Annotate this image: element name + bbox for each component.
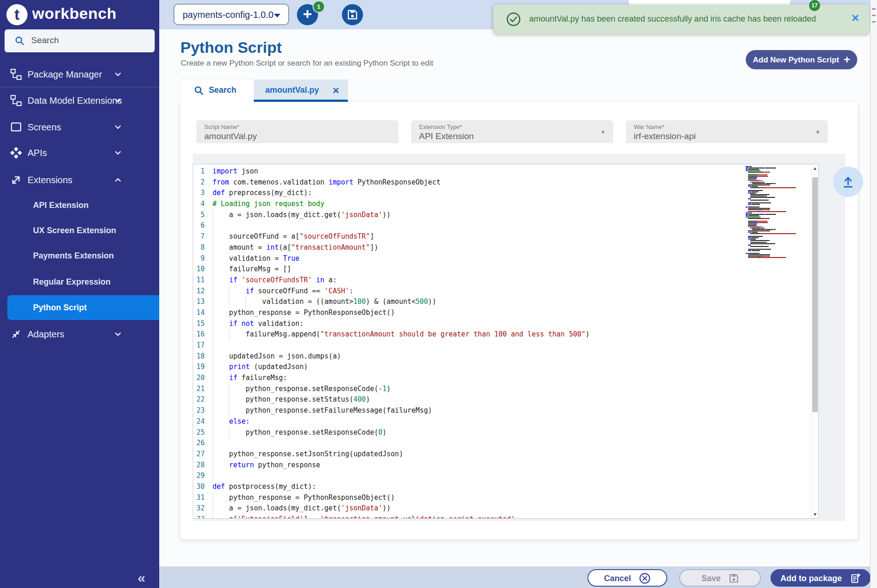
sidebar-item-extensions[interactable]: Extensions: [0, 167, 159, 193]
code-line: python_response.setFailureMessage(failur…: [212, 405, 590, 416]
code-line: [212, 220, 590, 231]
footer-bar: [159, 566, 877, 588]
active-tab-underline: [254, 100, 348, 102]
scrollbar-mark: [872, 15, 876, 16]
add-package-badge: 1: [313, 0, 325, 13]
sidebar-collapse-button[interactable]: «: [138, 570, 145, 586]
scroll-down-icon[interactable]: ▼: [812, 512, 818, 517]
toast-message: amountVal.py has been created successful…: [529, 14, 816, 24]
chevron-up-icon: [114, 176, 122, 184]
code-line: from com.temenos.validation import Pytho…: [212, 177, 590, 188]
sidebar-subitem-regular-expression[interactable]: Regular Expression: [0, 273, 159, 291]
scroll-up-icon[interactable]: ▲: [812, 166, 818, 171]
code-line: sourceOfFund = a["sourceOfFundsTR"]: [212, 231, 590, 242]
temenos-logo-icon: t: [6, 4, 28, 25]
sidebar-item-adapters[interactable]: Adapters: [0, 321, 159, 347]
cancel-circle-icon: [639, 572, 651, 584]
extension-type-select[interactable]: Extension Type* API Extension ▼: [411, 120, 613, 143]
code-line: [212, 340, 590, 351]
page-scrollbar[interactable]: [870, 0, 877, 588]
code-line: return python_response: [212, 460, 590, 471]
sidebar-item-package-manager[interactable]: Package Manager: [0, 62, 159, 87]
save-package-button[interactable]: [342, 4, 363, 25]
sidebar: t workbench Search Package Manager: [0, 0, 159, 588]
code-line: # Loading json request body: [212, 199, 590, 210]
code-line: a['ExtensionField'] = 'transaction amoun…: [212, 514, 590, 519]
scrollbar-mark: [872, 8, 876, 10]
tab-amountval-file[interactable]: amountVal.py ✕: [254, 79, 348, 102]
code-line: print (updatedJson): [212, 362, 590, 373]
search-icon: [194, 86, 204, 95]
tab-search[interactable]: Search: [180, 79, 254, 102]
save-button[interactable]: Save: [679, 569, 761, 587]
code-line: if not validation:: [212, 319, 590, 330]
scrollbar-thumb[interactable]: [812, 177, 818, 412]
sidebar-subitem-ux-screen-extension[interactable]: UX Screen Extension: [0, 221, 159, 240]
page-subtitle: Create a new Python Script or search for…: [181, 59, 433, 68]
add-to-package-button[interactable]: Add to package: [771, 569, 871, 587]
editor-minimap[interactable]: [746, 166, 803, 263]
upload-icon: [841, 174, 855, 189]
app-logo-text: workbench: [32, 5, 117, 22]
editor-scrollbar[interactable]: ▲ ▼: [811, 164, 818, 518]
chevron-down-icon: [114, 70, 122, 78]
extensions-icon: [10, 174, 22, 186]
caret-down-icon: ▼: [600, 129, 606, 135]
code-line: failureMsg.append("transactionAmount sho…: [212, 329, 590, 340]
caret-down-icon: ▼: [815, 129, 821, 135]
sidebar-subitem-python-script-active[interactable]: Python Script: [7, 295, 159, 320]
package-add-icon: [850, 573, 861, 584]
api-icon: [10, 147, 22, 159]
adapters-icon: [10, 328, 22, 340]
sidebar-divider: [0, 87, 159, 87]
toast-close-icon[interactable]: ✕: [851, 12, 860, 24]
hierarchy-icon: [10, 95, 22, 106]
scrollbar-mark: [872, 21, 876, 22]
floppy-icon: [729, 573, 739, 583]
code-editor[interactable]: 1234567891011121314151617181920212223242…: [193, 164, 819, 519]
close-icon[interactable]: ✕: [332, 85, 340, 96]
code-line: def preprocess(my_dict):: [212, 188, 590, 199]
caret-down-icon: [274, 13, 281, 18]
code-line: python_response.setJsonString(updatedJso…: [212, 449, 590, 460]
search-icon: [15, 36, 25, 46]
code-line: validation = True: [212, 253, 590, 264]
code-line: amount = int(a["transactionAmount"]): [212, 242, 590, 253]
chevron-down-icon: [114, 149, 122, 157]
sidebar-item-data-model-extensions[interactable]: Data Model Extensions: [0, 88, 159, 113]
sidebar-item-apis[interactable]: APIs: [0, 140, 159, 166]
notification-badge: 17: [809, 0, 820, 11]
cancel-button[interactable]: Cancel: [587, 569, 667, 587]
war-name-select[interactable]: War Name* irf-extension-api ▼: [626, 120, 828, 143]
code-line: failureMsg = []: [212, 264, 590, 275]
chevron-down-icon: [114, 123, 122, 131]
check-circle-icon: [506, 12, 521, 27]
code-content[interactable]: import jsonfrom com.temenos.validation i…: [212, 166, 590, 519]
upload-script-button[interactable]: [833, 167, 863, 197]
sidebar-subitem-payments-extension[interactable]: Payments Extension: [0, 246, 159, 265]
code-line: else:: [212, 416, 590, 427]
code-line: [212, 470, 590, 482]
chevron-down-icon: [114, 96, 122, 105]
code-line: def postprocess(my_dict):: [212, 482, 590, 493]
sidebar-search-input[interactable]: Search: [5, 29, 155, 52]
code-line: [212, 438, 590, 449]
sidebar-subitem-api-extension[interactable]: API Extension: [0, 196, 159, 214]
floppy-icon: [347, 9, 358, 20]
add-new-python-script-button[interactable]: Add New Python Script+: [746, 50, 857, 69]
package-selector-value: payments-config-1.0.0: [183, 10, 274, 20]
plus-icon: +: [843, 53, 850, 66]
workbench-app: t workbench Search Package Manager: [0, 0, 877, 588]
hierarchy-icon: [10, 68, 22, 80]
sidebar-item-screens[interactable]: Screens: [0, 114, 159, 140]
page-title: Python Script: [180, 39, 282, 56]
screen-icon: [10, 121, 22, 133]
code-line: if failureMsg:: [212, 373, 590, 384]
script-name-field[interactable]: Script Name* amountVal.py: [196, 120, 398, 143]
package-selector[interactable]: payments-config-1.0.0: [173, 4, 289, 25]
code-line: python_response = PythonResponseObject(): [212, 493, 590, 504]
code-line: a = json.loads(my_dict.get('jsonData')): [212, 503, 590, 514]
code-line: if 'sourceOfFundsTR' in a:: [212, 275, 590, 286]
code-line: a = json.loads(my_dict.get('jsonData')): [212, 210, 590, 221]
code-line: python_response.setResponseCode(-1): [212, 384, 590, 395]
